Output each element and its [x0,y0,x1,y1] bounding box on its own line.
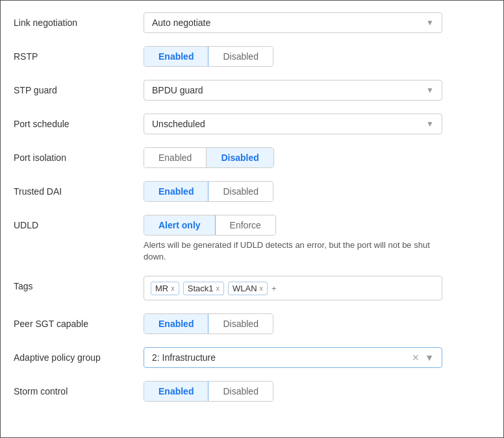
storm-control-disabled-btn[interactable]: Disabled [208,382,272,401]
rstp-control: Enabled Disabled [144,46,490,67]
peer-sgt-control: Enabled Disabled [144,313,490,334]
port-schedule-control: Unscheduled ▼ [144,114,490,134]
port-schedule-label: Port schedule [14,114,144,129]
rstp-toggle-group: Enabled Disabled [144,46,273,67]
stp-guard-control: BPDU guard ▼ [144,80,490,101]
storm-control-enabled-btn[interactable]: Enabled [144,382,208,401]
rstp-label: RSTP [14,46,144,62]
adaptive-policy-control: 2: Infrastructure ✕ ▼ [144,347,490,368]
udld-helper-text: Alerts will be generated if UDLD detects… [144,239,442,263]
stp-guard-value: BPDU guard [152,85,203,95]
tag-wlan: WLAN x [228,282,268,295]
storm-control-row: Storm control Enabled Disabled [1,374,503,408]
udld-alert-only-btn[interactable]: Alert only [144,215,216,235]
rstp-disabled-btn[interactable]: Disabled [208,47,272,66]
port-schedule-value: Unscheduled [152,119,205,129]
trusted-dai-label: Trusted DAI [14,181,144,197]
peer-sgt-toggle-group: Enabled Disabled [144,313,273,334]
trusted-dai-row: Trusted DAI Enabled Disabled [1,175,503,208]
stp-guard-dropdown[interactable]: BPDU guard ▼ [144,80,442,101]
trusted-dai-enabled-btn[interactable]: Enabled [144,182,208,201]
peer-sgt-label: Peer SGT capable [14,313,144,329]
tags-label: Tags [14,276,144,291]
port-isolation-label: Port isolation [14,147,144,163]
port-schedule-dropdown[interactable]: Unscheduled ▼ [144,114,442,134]
link-negotiation-dropdown[interactable]: Auto negotiate ▼ [144,12,442,33]
chevron-down-icon: ▼ [426,18,434,27]
chevron-down-icon: ▼ [426,119,434,128]
udld-control: Alert only Enforce Alerts will be genera… [144,215,490,263]
settings-panel: Link negotiation Auto negotiate ▼ RSTP E… [0,0,504,438]
link-negotiation-row: Link negotiation Auto negotiate ▼ [1,6,503,40]
adaptive-policy-value: 2: Infrastructure [152,352,216,363]
tag-stack1-remove[interactable]: x [216,284,220,292]
port-isolation-toggle-group: Enabled Disabled [144,147,274,168]
port-isolation-row: Port isolation Enabled Disabled [1,141,503,175]
udld-enforce-btn[interactable]: Enforce [216,215,275,235]
storm-control-label: Storm control [14,381,144,396]
port-isolation-disabled-btn[interactable]: Disabled [207,148,273,167]
adaptive-policy-label: Adaptive policy group [14,347,144,363]
port-schedule-row: Port schedule Unscheduled ▼ [1,107,503,141]
tags-row: Tags MR x Stack1 x WLAN x [1,269,503,307]
rstp-row: RSTP Enabled Disabled [1,40,503,73]
adaptive-policy-icons: ✕ ▼ [412,352,434,363]
link-negotiation-control: Auto negotiate ▼ [144,12,490,33]
port-isolation-control: Enabled Disabled [144,147,490,168]
stp-guard-label: STP guard [14,80,144,95]
trusted-dai-toggle-group: Enabled Disabled [144,181,273,202]
storm-control-toggle-group: Enabled Disabled [144,381,273,402]
tag-stack1: Stack1 x [183,282,224,295]
adaptive-policy-row: Adaptive policy group 2: Infrastructure … [1,341,503,374]
tag-wlan-remove[interactable]: x [260,284,264,292]
trusted-dai-disabled-btn[interactable]: Disabled [208,182,272,201]
tag-input[interactable] [271,284,291,293]
adaptive-policy-dropdown[interactable]: 2: Infrastructure ✕ ▼ [144,347,442,368]
tag-mr-label: MR [155,284,168,293]
chevron-down-icon: ▼ [426,86,434,95]
port-isolation-enabled-btn[interactable]: Enabled [144,148,207,167]
tags-control: MR x Stack1 x WLAN x [144,276,490,300]
peer-sgt-enabled-btn[interactable]: Enabled [144,314,208,334]
link-negotiation-label: Link negotiation [14,12,144,28]
stp-guard-row: STP guard BPDU guard ▼ [1,73,503,107]
tag-stack1-label: Stack1 [188,284,214,293]
tag-mr-remove[interactable]: x [171,284,175,292]
udld-toggle-group: Alert only Enforce [144,215,276,236]
rstp-enabled-btn[interactable]: Enabled [144,47,208,66]
storm-control-control: Enabled Disabled [144,381,490,402]
peer-sgt-row: Peer SGT capable Enabled Disabled [1,307,503,341]
udld-label: UDLD [14,215,144,230]
tags-container[interactable]: MR x Stack1 x WLAN x [144,276,442,300]
clear-icon[interactable]: ✕ [412,352,420,363]
tag-mr: MR x [151,282,179,295]
udld-row: UDLD Alert only Enforce Alerts will be g… [1,208,503,269]
link-negotiation-value: Auto negotiate [152,18,210,28]
trusted-dai-control: Enabled Disabled [144,181,490,202]
peer-sgt-disabled-btn[interactable]: Disabled [208,314,272,334]
chevron-down-icon: ▼ [425,352,434,363]
tag-wlan-label: WLAN [233,284,257,293]
